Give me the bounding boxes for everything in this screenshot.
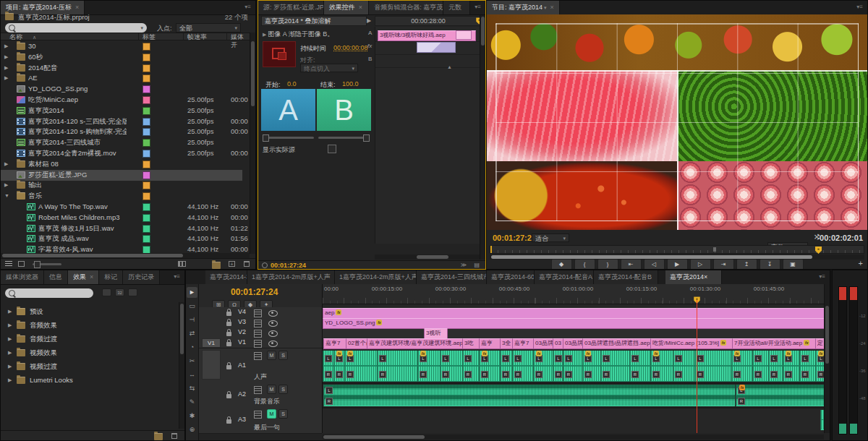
project-row[interactable]: ▶30: [1, 41, 242, 52]
audio-track-header[interactable]: A1MS人声: [199, 348, 322, 383]
show-actual-sources-checkbox[interactable]: [328, 145, 336, 153]
audio-clip-a1[interactable]: LR: [600, 351, 629, 382]
project-row[interactable]: ▶AE: [1, 73, 242, 84]
new-custom-bin-button[interactable]: [154, 433, 163, 440]
hand-tool[interactable]: ✱: [187, 411, 197, 421]
tab-program[interactable]: 节目: 嘉亨茂2014 ▾×: [487, 1, 560, 14]
play-button[interactable]: ▶: [667, 259, 688, 270]
lift-button[interactable]: ↥: [736, 259, 757, 270]
effects-folder-name[interactable]: 视频过渡: [30, 362, 57, 372]
tab-effects[interactable]: 效果×: [68, 270, 99, 284]
label-chip[interactable]: [142, 181, 150, 189]
button-editor-plus[interactable]: +: [859, 259, 863, 267]
in-point-select[interactable]: 全部▾: [176, 23, 241, 33]
tab-sequence[interactable]: 嘉亨茂2014-60 s: [487, 270, 535, 284]
ec-hscrollbar[interactable]: [375, 254, 480, 260]
selection-tool[interactable]: ►: [187, 287, 197, 298]
label-chip[interactable]: [142, 118, 150, 126]
trash-button[interactable]: [244, 261, 250, 267]
twirl-icon[interactable]: ▶: [4, 65, 8, 71]
tab-sequence[interactable]: 嘉亨茂2014-配音B: [594, 270, 658, 284]
toggle-track-output-eye[interactable]: [268, 319, 278, 327]
program-video[interactable]: [487, 14, 867, 230]
label-chip[interactable]: [142, 128, 150, 136]
video-track-header[interactable]: V2: [199, 327, 322, 338]
twirl-icon[interactable]: ▶: [8, 377, 12, 383]
effects-search-input[interactable]: [5, 288, 93, 298]
audio-clip-a2[interactable]: LRfx: [736, 385, 830, 406]
mark-out-button[interactable]: }: [597, 259, 618, 270]
ec-scrollbar[interactable]: [480, 15, 485, 260]
timeline-playhead-line[interactable]: [697, 300, 697, 433]
audio-clip-a1[interactable]: LRfx: [650, 351, 673, 382]
timeline-clip-v4[interactable]: aepfx: [323, 308, 830, 319]
audio-clip-a1[interactable]: LR: [462, 351, 479, 382]
item-name[interactable]: 嘉亨茂2014-120 s-三四线-完全版.mov: [28, 117, 127, 127]
label-chip[interactable]: [142, 235, 150, 243]
solo-button[interactable]: S: [278, 351, 288, 360]
icon-view-button[interactable]: [18, 261, 25, 267]
label-chip[interactable]: [142, 96, 150, 104]
lock-toggle[interactable]: [226, 392, 231, 400]
item-name[interactable]: 嘉亨茂2014-三四线城市: [28, 138, 127, 147]
label-chip[interactable]: [142, 74, 150, 82]
item-name[interactable]: 输出: [28, 181, 127, 190]
project-row[interactable]: ▼音乐: [1, 191, 242, 202]
audio-clip-a1[interactable]: LRfx: [783, 351, 799, 382]
item-name[interactable]: 嘉亨茂2014-120 s-购物到家-完全版.mov: [28, 127, 127, 137]
timeline-vscrollbar[interactable]: [824, 284, 830, 433]
mute-button[interactable]: M: [267, 409, 276, 419]
video-track-header[interactable]: V3: [199, 317, 322, 328]
timeline-clip-v2[interactable]: 3视听: [424, 328, 448, 339]
audio-track-header[interactable]: A2MS背景音乐: [199, 382, 322, 408]
sync-lock-toggle[interactable]: [254, 329, 262, 338]
program-playhead[interactable]: [815, 247, 822, 254]
tab-sequence-active[interactable]: 嘉亨茂2014×: [665, 270, 722, 284]
item-name[interactable]: YD_LOGO_SS.png: [28, 85, 127, 93]
zoom-level-select[interactable]: 适合▾: [532, 234, 569, 242]
video-track-header[interactable]: V1V1: [199, 338, 322, 348]
twirl-icon[interactable]: ▼: [4, 193, 9, 198]
project-row[interactable]: 嘉亨茂2014-120 s-三四线-完全版.mov25.00fps00:00: [1, 116, 242, 127]
item-name[interactable]: 素材箱 08: [28, 160, 127, 169]
panel-menu-icon[interactable]: ▾≡: [169, 270, 184, 284]
program-scrubber[interactable]: [490, 245, 864, 254]
video-track-header[interactable]: V4: [199, 307, 322, 318]
project-row[interactable]: A Way To The Top.wav44,100 Hz00:00: [1, 202, 242, 213]
panel-menu-icon[interactable]: ▾≡: [852, 1, 867, 14]
twirl-icon[interactable]: ▶: [4, 161, 8, 167]
audio-clip-a1[interactable]: LR: [563, 351, 582, 382]
label-chip[interactable]: [142, 192, 150, 200]
timeline-hscrollbar[interactable]: [323, 434, 824, 440]
sync-lock-toggle[interactable]: [254, 339, 262, 348]
lock-toggle[interactable]: [226, 340, 231, 348]
timeline-timecode[interactable]: 00:01:27:24: [231, 287, 278, 297]
record-toggle-icon[interactable]: [262, 262, 268, 268]
sync-lock-toggle[interactable]: [254, 319, 262, 327]
mute-button[interactable]: M: [267, 351, 276, 360]
panel-menu-icon[interactable]: ▾≡: [814, 270, 830, 284]
item-name[interactable]: 60秒: [28, 53, 127, 62]
sync-lock-toggle[interactable]: [254, 309, 262, 317]
audio-clip-a1[interactable]: LR: [694, 351, 731, 382]
project-row[interactable]: 嘉亨茂 修改1月15日.wav44,100 Hz01:22: [1, 223, 242, 234]
timeline-clip-v1[interactable]: 嘉亨茂建筑环境/嘉亨茂建筑环境.aep: [367, 338, 466, 349]
end-value[interactable]: 100.0: [342, 80, 359, 87]
program-timecode[interactable]: 00:01:27:24: [493, 234, 536, 242]
toggle-track-output-eye[interactable]: [268, 339, 278, 347]
effects-folder-row[interactable]: ▶音频过渡: [1, 333, 179, 346]
label-chip[interactable]: [142, 64, 150, 72]
audio-clip-a1[interactable]: LRfx: [333, 351, 344, 382]
automate-sequence-button[interactable]: [178, 261, 186, 267]
timeline-ruler[interactable]: 00:0000:00:15:0000:00:30:0000:00:45:0000…: [323, 284, 830, 304]
tab-markers[interactable]: 标记: [99, 270, 123, 284]
effects-folder-name[interactable]: 音频效果: [30, 321, 57, 330]
start-value[interactable]: 0.0: [287, 80, 297, 87]
item-name[interactable]: 嘉亨茂2014: [28, 106, 127, 116]
twirl-icon[interactable]: ▶: [8, 336, 12, 342]
source-patch-audio[interactable]: [202, 350, 221, 380]
project-row[interactable]: 嘉亨茂2014-120 s-购物到家-完全版.mov25.00fps00:00: [1, 127, 242, 137]
ec-mini-ruler[interactable]: 00:00:28:00: [375, 16, 482, 26]
audio-track-header[interactable]: A3MS最后一句: [199, 407, 322, 434]
audio-clip-a1[interactable]: LR: [768, 351, 783, 382]
